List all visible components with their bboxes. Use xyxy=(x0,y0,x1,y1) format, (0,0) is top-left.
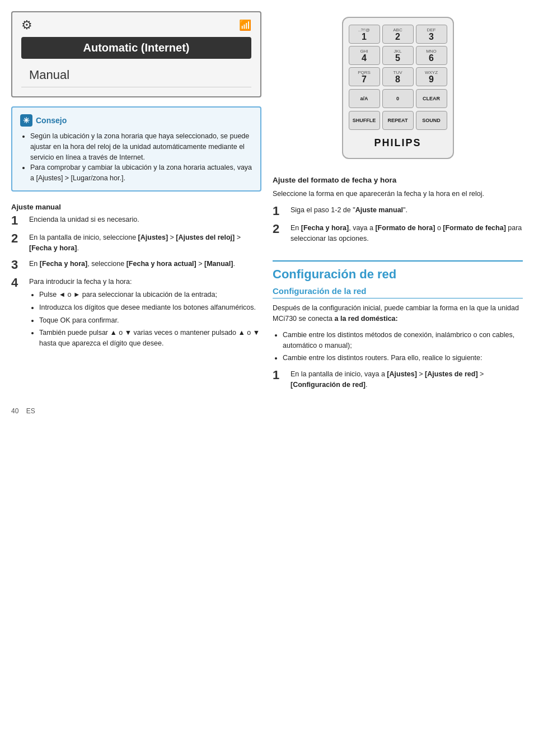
key-shuffle-label: SHUFFLE xyxy=(353,118,376,123)
page-number: 40 xyxy=(11,407,18,415)
step-2-content: En la pantalla de inicio, seleccione [Aj… xyxy=(29,232,261,254)
key-3-num: 3 xyxy=(429,32,434,41)
step-1: 1 Encienda la unidad si es necesario. xyxy=(11,214,261,227)
config-red-section: Configuración de red Configuración de la… xyxy=(273,260,523,395)
step-3: 3 En [Fecha y hora], seleccione [Fecha y… xyxy=(11,259,261,271)
formato-step-2-num: 2 xyxy=(273,223,285,235)
step-4-bullet-2: Introduzca los dígitos que desee mediant… xyxy=(39,302,261,313)
key-clear-label: CLEAR xyxy=(423,96,440,101)
key-clear[interactable]: CLEAR xyxy=(416,89,447,108)
step-4-content: Para introducir la fecha y la hora: Puls… xyxy=(29,277,261,351)
key-3[interactable]: DEF 3 xyxy=(416,25,447,44)
key-5[interactable]: JKL 5 xyxy=(382,46,414,65)
key-2[interactable]: ABC 2 xyxy=(382,25,414,44)
key-8[interactable]: TUV 8 xyxy=(382,67,414,86)
key-0-label: 0 xyxy=(396,96,399,101)
key-sound-label: SOUND xyxy=(422,118,441,123)
remote-special-row: a/A 0 CLEAR xyxy=(349,89,447,108)
ajuste-formato-heading: Ajuste del formato de fecha y hora xyxy=(273,176,523,184)
formato-step-1: 1 Siga el paso 1-2 de "Ajuste manual". xyxy=(273,205,523,217)
config-red-bullet-2: Cambie entre los distintos routers. Para… xyxy=(283,353,523,363)
key-sound[interactable]: SOUND xyxy=(416,111,447,130)
consejo-star-icon: ✳ xyxy=(20,114,32,127)
ajuste-manual-heading: Ajuste manual xyxy=(11,203,261,211)
ajuste-manual-section: Ajuste manual 1 Encienda la unidad si es… xyxy=(11,200,261,357)
consejo-list: Según la ubicación y la zona horaria que… xyxy=(20,131,252,184)
key-5-num: 5 xyxy=(395,54,400,63)
consejo-box: ✳ Consejo Según la ubicación y la zona h… xyxy=(11,106,261,192)
menu-box-header: ⚙ 📶 xyxy=(21,18,251,32)
config-red-subtitle: Configuración de la red xyxy=(273,286,523,298)
gear-icon: ⚙ xyxy=(21,18,32,32)
ajuste-formato-section: Ajuste del formato de fecha y hora Selec… xyxy=(273,174,523,249)
step-1-content: Encienda la unidad si es necesario. xyxy=(29,214,261,225)
key-repeat-label: REPEAT xyxy=(388,118,408,123)
formato-step-1-content: Siga el paso 1-2 de "Ajuste manual". xyxy=(291,205,523,216)
step-3-content: En [Fecha y hora], seleccione [Fecha y h… xyxy=(29,259,261,269)
step-2-number: 2 xyxy=(11,232,24,245)
step-4-bullets: Pulse ◄ o ► para seleccionar la ubicació… xyxy=(29,290,261,349)
signal-icon: 📶 xyxy=(239,19,251,31)
ajuste-manual-steps: 1 Encienda la unidad si es necesario. 2 … xyxy=(11,214,261,351)
config-red-title: Configuración de red xyxy=(273,267,523,282)
menu-option-manual: Manual xyxy=(21,63,251,87)
left-column: ⚙ 📶 Automatic (Internet) Manual ✳ Consej… xyxy=(11,11,261,396)
right-column: ..?!'@ 1 ABC 2 DEF 3 GHI 4 xyxy=(273,11,523,396)
config-red-step1-container: 1 En la pantalla de inicio, vaya a [Ajus… xyxy=(273,369,523,390)
key-6[interactable]: MNO 6 xyxy=(416,46,447,65)
step-4-bullet-1: Pulse ◄ o ► para seleccionar la ubicació… xyxy=(39,290,261,300)
config-red-steps: 1 En la pantalla de inicio, vaya a [Ajus… xyxy=(273,369,523,390)
step-4-bullet-4: También puede pulsar ▲ o ▼ varias veces … xyxy=(39,328,261,349)
step-4-text: Para introducir la fecha y la hora: xyxy=(29,278,132,286)
key-7[interactable]: PQRS 7 xyxy=(349,67,380,86)
remote-container: ..?!'@ 1 ABC 2 DEF 3 GHI 4 xyxy=(273,11,523,165)
config-red-step-1: 1 En la pantalla de inicio, vaya a [Ajus… xyxy=(273,369,523,390)
consejo-item-2: Para comprobar y cambiar la ubicación y … xyxy=(30,162,252,184)
config-red-step-1-num: 1 xyxy=(273,369,285,381)
config-red-bullets: Cambie entre los distintos métodos de co… xyxy=(273,330,523,363)
page-footer: 40 ES xyxy=(11,407,523,415)
step-4-bullet-3: Toque OK para confirmar. xyxy=(39,315,261,326)
key-7-num: 7 xyxy=(362,75,367,84)
remote-keypad: ..?!'@ 1 ABC 2 DEF 3 GHI 4 xyxy=(349,25,447,86)
key-4[interactable]: GHI 4 xyxy=(349,46,380,65)
remote-bottom-row: SHUFFLE REPEAT SOUND xyxy=(349,111,447,130)
config-red-step-1-content: En la pantalla de inicio, vaya a [Ajuste… xyxy=(291,369,523,390)
config-red-intro: Después de la configuración inicial, pue… xyxy=(273,303,523,324)
key-2-num: 2 xyxy=(395,32,400,41)
config-red-bullet-1: Cambie entre los distintos métodos de co… xyxy=(283,330,523,351)
step-4-number: 4 xyxy=(11,277,24,289)
key-9[interactable]: WXYZ 9 xyxy=(416,67,447,86)
menu-option-auto: Automatic (Internet) xyxy=(21,37,251,59)
key-4-num: 4 xyxy=(362,54,367,63)
formato-step-1-num: 1 xyxy=(273,205,285,217)
key-6-num: 6 xyxy=(429,54,434,63)
formato-step-2: 2 En [Fecha y hora], vaya a [Formato de … xyxy=(273,223,523,244)
remote-control: ..?!'@ 1 ABC 2 DEF 3 GHI 4 xyxy=(342,17,454,159)
ajuste-formato-intro: Seleccione la forma en que aparecerán la… xyxy=(273,189,523,199)
key-repeat[interactable]: REPEAT xyxy=(382,111,414,130)
key-8-num: 8 xyxy=(395,75,400,84)
ajuste-formato-steps: 1 Siga el paso 1-2 de "Ajuste manual". 2… xyxy=(273,205,523,244)
config-red-bold: a la red doméstica: xyxy=(335,315,398,323)
step-1-number: 1 xyxy=(11,214,24,227)
key-9-num: 9 xyxy=(429,75,434,84)
key-0[interactable]: 0 xyxy=(382,89,414,108)
key-aA[interactable]: a/A xyxy=(349,89,380,108)
key-shuffle[interactable]: SHUFFLE xyxy=(349,111,380,130)
page-lang: ES xyxy=(26,407,35,415)
step-3-number: 3 xyxy=(11,259,24,271)
key-1-num: 1 xyxy=(362,32,367,41)
menu-box: ⚙ 📶 Automatic (Internet) Manual xyxy=(11,11,261,97)
key-aA-label: a/A xyxy=(360,96,368,101)
step-2: 2 En la pantalla de inicio, seleccione [… xyxy=(11,232,261,254)
formato-step-2-content: En [Fecha y hora], vaya a [Formato de ho… xyxy=(291,223,523,244)
brand-label: PHILIPS xyxy=(374,137,421,149)
consejo-header: ✳ Consejo xyxy=(20,114,252,127)
consejo-item-1: Según la ubicación y la zona horaria que… xyxy=(30,131,252,162)
step-4: 4 Para introducir la fecha y la hora: Pu… xyxy=(11,277,261,351)
consejo-label: Consejo xyxy=(36,116,67,125)
key-1[interactable]: ..?!'@ 1 xyxy=(349,25,380,44)
